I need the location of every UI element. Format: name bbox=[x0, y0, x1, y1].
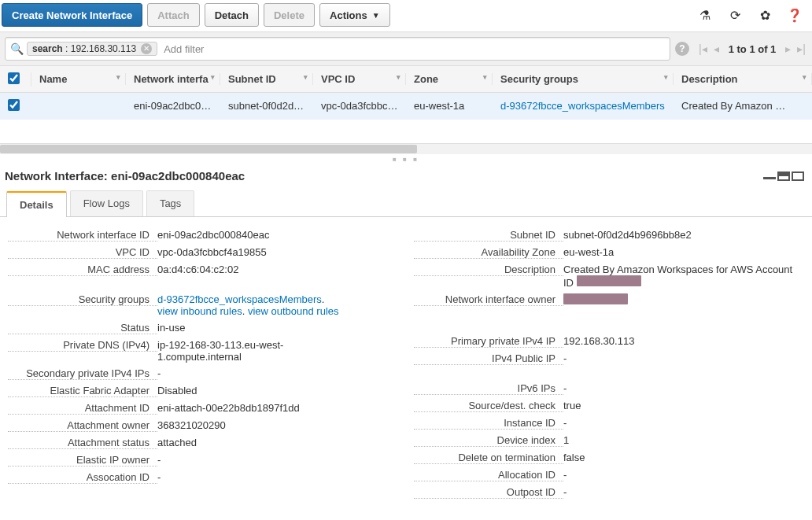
detail-body: Network interface IDeni-09ac2dbc000840ea… bbox=[0, 217, 812, 517]
page-first-icon[interactable]: |◂ bbox=[697, 42, 709, 55]
eni-table: Name Network interfa Subnet ID VPC ID Zo… bbox=[0, 66, 812, 120]
value-description: Created By Amazon Workspaces for AWS Acc… bbox=[563, 264, 804, 289]
label-interface-owner: Network interface owner bbox=[414, 293, 563, 306]
value-device-index: 1 bbox=[563, 434, 804, 446]
value-private-dns: ip-192-168-30-113.eu-west-1.compute.inte… bbox=[157, 339, 291, 363]
page-last-icon[interactable]: ▸| bbox=[795, 42, 807, 55]
value-secondary-ips: - bbox=[157, 367, 398, 379]
link-inbound-rules[interactable]: view inbound rules bbox=[157, 305, 242, 317]
value-attachment-owner: 368321020290 bbox=[157, 419, 398, 431]
value-interface-owner bbox=[563, 293, 804, 307]
value-subnet-id: subnet-0f0d2d4b9696bb8e2 bbox=[563, 229, 804, 241]
pane-minimize-icon[interactable] bbox=[763, 171, 776, 179]
value-association-id: - bbox=[157, 471, 398, 483]
horizontal-scrollbar[interactable] bbox=[0, 143, 812, 154]
value-mac: 0a:d4:c6:04:c2:02 bbox=[157, 264, 398, 275]
label-attachment-owner: Attachment owner bbox=[8, 419, 157, 432]
label-eni-id: Network interface ID bbox=[8, 229, 157, 242]
col-vpc[interactable]: VPC ID bbox=[313, 73, 406, 85]
label-source-dest-check: Source/dest. check bbox=[414, 400, 563, 412]
delete-button: Delete bbox=[264, 3, 315, 27]
page-label: 1 to 1 of 1 bbox=[724, 43, 781, 55]
label-efa: Elastic Fabric Adapter bbox=[8, 385, 157, 397]
cell-sg[interactable]: d-93672fbcce_workspacesMembers bbox=[493, 100, 674, 112]
label-ipv6: IPv6 IPs bbox=[414, 382, 563, 395]
label-private-dns: Private DNS (IPv4) bbox=[8, 339, 157, 352]
label-public-ip: IPv4 Public IP bbox=[414, 352, 563, 365]
pane-splitter[interactable]: ■ ■ ■ bbox=[0, 154, 812, 164]
page-prev-icon[interactable]: ◂ bbox=[712, 42, 721, 55]
close-icon[interactable]: ✕ bbox=[141, 43, 152, 54]
value-source-dest-check: true bbox=[563, 400, 804, 411]
refresh-icon[interactable]: ⟳ bbox=[727, 8, 743, 23]
label-outpost-id: Outpost ID bbox=[414, 486, 563, 499]
search-input[interactable]: 🔍 search : 192.168.30.113 ✕ Add filter bbox=[5, 37, 670, 61]
value-eip-owner: - bbox=[157, 454, 398, 466]
label-mac: MAC address bbox=[8, 264, 157, 276]
detail-tabs: Details Flow Logs Tags bbox=[0, 190, 812, 217]
label-eip-owner: Elastic IP owner bbox=[8, 454, 157, 467]
label-association-id: Assocation ID bbox=[8, 471, 157, 484]
label-description: Description bbox=[414, 264, 563, 276]
tab-flow-logs[interactable]: Flow Logs bbox=[70, 190, 143, 216]
col-subnet[interactable]: Subnet ID bbox=[220, 73, 313, 85]
table-row[interactable]: eni-09ac2dbc0… subnet-0f0d2d… vpc-0da3fc… bbox=[0, 93, 812, 120]
col-desc[interactable]: Description bbox=[674, 73, 812, 85]
filter-bar: 🔍 search : 192.168.30.113 ✕ Add filter ?… bbox=[0, 31, 812, 66]
col-name[interactable]: Name bbox=[31, 73, 126, 85]
cell-vpc: vpc-0da3fcbbc… bbox=[313, 100, 406, 112]
cell-desc: Created By Amazon … bbox=[674, 100, 812, 112]
label-instance-id: Instance ID bbox=[414, 417, 563, 430]
label-az: Availability Zone bbox=[414, 246, 563, 259]
value-attachment-id: eni-attach-00e22b8db1897f1dd bbox=[157, 402, 398, 414]
value-primary-ip: 192.168.30.113 bbox=[563, 335, 804, 347]
redacted-owner bbox=[563, 293, 628, 304]
label-device-index: Device index bbox=[414, 434, 563, 447]
value-efa: Disabled bbox=[157, 385, 398, 396]
filter-tag[interactable]: search : 192.168.30.113 ✕ bbox=[27, 42, 157, 56]
action-toolbar: Create Network Interface Attach Detach D… bbox=[0, 0, 812, 31]
cell-subnet: subnet-0f0d2d… bbox=[220, 100, 313, 112]
tab-tags[interactable]: Tags bbox=[146, 190, 194, 216]
value-eni-id: eni-09ac2dbc000840eac bbox=[157, 229, 398, 241]
value-ipv6: - bbox=[563, 382, 804, 394]
create-network-interface-button[interactable]: Create Network Interface bbox=[2, 3, 142, 27]
col-eni[interactable]: Network interfa bbox=[126, 73, 220, 85]
label-status: Status bbox=[8, 322, 157, 334]
row-checkbox[interactable] bbox=[8, 99, 20, 111]
page-next-icon[interactable]: ▸ bbox=[784, 42, 792, 55]
help-icon[interactable]: ❓ bbox=[787, 8, 803, 23]
label-delete-on-termination: Delete on termination bbox=[414, 452, 563, 464]
add-filter-placeholder[interactable]: Add filter bbox=[157, 43, 204, 55]
label-allocation-id: Allocation ID bbox=[414, 469, 563, 481]
attach-button: Attach bbox=[147, 3, 199, 27]
value-az: eu-west-1a bbox=[563, 246, 804, 258]
pane-restore-icon[interactable] bbox=[777, 171, 790, 181]
gear-icon[interactable]: ✿ bbox=[757, 8, 773, 23]
link-security-group[interactable]: d-93672fbcce_workspacesMembers bbox=[157, 293, 322, 305]
value-vpc-id: vpc-0da3fcbbcf4a19855 bbox=[157, 246, 398, 258]
value-public-ip: - bbox=[563, 352, 804, 364]
filter-help-icon[interactable]: ? bbox=[675, 42, 689, 56]
table-header: Name Network interfa Subnet ID VPC ID Zo… bbox=[0, 66, 812, 93]
tab-details[interactable]: Details bbox=[6, 191, 67, 217]
pane-maximize-icon[interactable] bbox=[792, 171, 804, 181]
cell-eni: eni-09ac2dbc0… bbox=[126, 100, 220, 112]
flask-icon[interactable]: ⚗ bbox=[697, 8, 713, 23]
cell-zone: eu-west-1a bbox=[406, 100, 493, 112]
label-subnet-id: Subnet ID bbox=[414, 229, 563, 242]
value-attachment-status: attached bbox=[157, 437, 398, 448]
label-attachment-id: Attachment ID bbox=[8, 402, 157, 415]
chevron-down-icon: ▼ bbox=[372, 11, 380, 20]
label-security-groups: Security groups bbox=[8, 293, 157, 306]
actions-dropdown[interactable]: Actions▼ bbox=[319, 3, 390, 27]
col-sg[interactable]: Security groups bbox=[493, 73, 674, 85]
detail-left-column: Network interface IDeni-09ac2dbc000840ea… bbox=[8, 227, 398, 501]
detach-button[interactable]: Detach bbox=[205, 3, 259, 27]
label-attachment-status: Attachment status bbox=[8, 437, 157, 449]
col-zone[interactable]: Zone bbox=[406, 73, 493, 85]
link-outbound-rules[interactable]: view outbound rules bbox=[248, 305, 339, 317]
label-vpc-id: VPC ID bbox=[8, 246, 157, 259]
search-icon: 🔍 bbox=[10, 42, 24, 55]
select-all-checkbox[interactable] bbox=[8, 72, 20, 84]
